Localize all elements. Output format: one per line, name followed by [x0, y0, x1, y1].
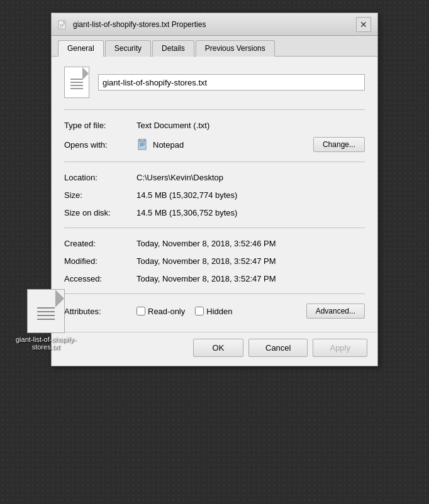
apply-button[interactable]: Apply: [313, 339, 367, 357]
divider-1: [64, 109, 365, 110]
notepad-icon: [136, 138, 149, 151]
tab-previous-versions[interactable]: Previous Versions: [196, 40, 275, 57]
location-label: Location:: [64, 173, 136, 182]
type-row: Type of file: Text Document (.txt): [64, 116, 365, 134]
size-value: 14.5 MB (15,302,774 bytes): [136, 190, 237, 200]
hidden-checkbox[interactable]: [195, 307, 204, 315]
readonly-checkbox[interactable]: [136, 307, 145, 315]
ok-button[interactable]: OK: [193, 339, 243, 357]
size-label: Size:: [64, 190, 136, 200]
size-row: Size: 14.5 MB (15,302,774 bytes): [64, 186, 365, 204]
readonly-checkbox-label[interactable]: Read-only: [136, 307, 185, 316]
tab-details[interactable]: Details: [152, 40, 194, 57]
divider-4: [64, 293, 365, 294]
properties-dialog: giant-list-of-shopify-stores.txt Propert…: [51, 13, 378, 366]
type-label: Type of file:: [64, 121, 136, 130]
opens-with-row: Opens with: Notepad Change...: [64, 134, 365, 155]
location-row: Location: C:\Users\Kevin\Desktop: [64, 168, 365, 186]
attributes-row: Attributes: Read-only Hidden Advanced...: [64, 300, 365, 322]
created-label: Created:: [64, 239, 136, 248]
file-icon: [64, 67, 89, 98]
created-value: Today, November 8, 2018, 3:52:46 PM: [136, 239, 276, 248]
tab-content: Type of file: Text Document (.txt) Opens…: [52, 57, 377, 332]
file-header: [64, 67, 365, 98]
file-name-input[interactable]: [98, 74, 365, 90]
size-disk-row: Size on disk: 14.5 MB (15,306,752 bytes): [64, 204, 365, 221]
desktop-icon[interactable]: giant-list-of-shopify-stores.txt: [11, 289, 81, 351]
accessed-label: Accessed:: [64, 274, 136, 283]
accessed-value: Today, November 8, 2018, 3:52:47 PM: [136, 274, 276, 283]
advanced-button[interactable]: Advanced...: [306, 304, 365, 319]
hidden-label: Hidden: [206, 307, 232, 316]
opens-with-content: Notepad Change...: [136, 137, 365, 152]
size-disk-value: 14.5 MB (15,306,752 bytes): [136, 208, 237, 217]
close-button[interactable]: ✕: [356, 17, 371, 32]
hidden-checkbox-label[interactable]: Hidden: [195, 307, 232, 316]
desktop-icon-label: giant-list-of-shopify-stores.txt: [11, 336, 81, 351]
svg-rect-5: [140, 139, 145, 141]
tab-general[interactable]: General: [58, 40, 104, 57]
divider-2: [64, 162, 365, 162]
modified-label: Modified:: [64, 256, 136, 266]
cancel-button[interactable]: Cancel: [248, 339, 308, 357]
modified-value: Today, November 8, 2018, 3:52:47 PM: [136, 256, 276, 266]
title-bar-icon: [58, 19, 68, 30]
change-button[interactable]: Change...: [313, 137, 365, 152]
title-bar: giant-list-of-shopify-stores.txt Propert…: [52, 13, 377, 36]
desktop-icon-image: [27, 289, 65, 333]
dialog-footer: OK Cancel Apply: [52, 332, 377, 366]
divider-3: [64, 227, 365, 228]
accessed-row: Accessed: Today, November 8, 2018, 3:52:…: [64, 270, 365, 287]
opens-app-value: Notepad: [153, 140, 184, 150]
tabs-bar: General Security Details Previous Versio…: [52, 36, 377, 57]
readonly-label: Read-only: [148, 307, 185, 316]
title-bar-text: giant-list-of-shopify-stores.txt Propert…: [73, 20, 356, 29]
modified-row: Modified: Today, November 8, 2018, 3:52:…: [64, 252, 365, 270]
size-disk-label: Size on disk:: [64, 208, 136, 217]
opens-label: Opens with:: [64, 140, 136, 150]
type-value: Text Document (.txt): [136, 121, 209, 130]
tab-security[interactable]: Security: [105, 40, 151, 57]
created-row: Created: Today, November 8, 2018, 3:52:4…: [64, 234, 365, 252]
location-value: C:\Users\Kevin\Desktop: [136, 173, 223, 182]
